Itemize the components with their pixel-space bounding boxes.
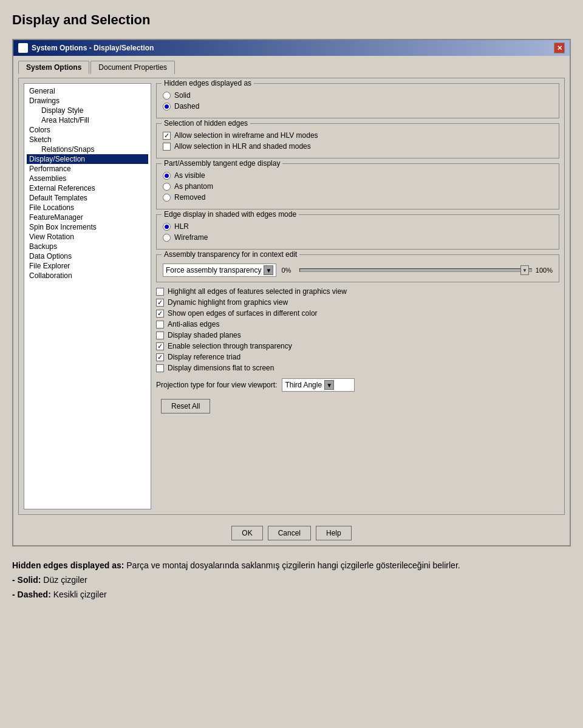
tree-item-display-selection[interactable]: Display/Selection [27, 154, 148, 164]
tree-item-default-templates[interactable]: Default Templates [27, 193, 148, 203]
dialog-title-label: System Options - Display/Selection [32, 44, 154, 52]
page-title: Display and Selection [12, 12, 571, 28]
tree-item-file-locations[interactable]: File Locations [27, 203, 148, 213]
tree-item-general[interactable]: General [27, 86, 148, 96]
projection-dropdown[interactable]: Third Angle ▼ [282, 378, 355, 392]
checkbox-reference-triad-label: Display reference triad [168, 353, 240, 361]
checkbox-wireframe-row[interactable]: Allow selection in wireframe and HLV mod… [163, 131, 553, 140]
radio-dashed-row[interactable]: Dashed [163, 102, 553, 111]
checkbox-wireframe-label: Allow selection in wireframe and HLV mod… [174, 131, 318, 140]
checkbox-wireframe[interactable] [163, 132, 171, 140]
bottom-dashed-label: - Dashed: [12, 590, 51, 599]
tree-item-collaboration[interactable]: Collaboration [27, 271, 148, 281]
tree-item-assemblies[interactable]: Assemblies [27, 174, 148, 183]
group-hidden-edges-label: Hidden edges displayed as [162, 79, 254, 87]
dialog-window: System Options - Display/Selection ✕ Sys… [12, 39, 571, 546]
radio-solid[interactable] [163, 92, 171, 100]
checkbox-hlr[interactable] [163, 143, 171, 151]
help-button[interactable]: Help [316, 526, 352, 540]
bottom-solid-label: - Solid: [12, 575, 41, 585]
checkbox-shaded-planes-row[interactable]: Display shaded planes [156, 331, 559, 339]
checkbox-open-edges-row[interactable]: Show open edges of surfaces in different… [156, 309, 559, 318]
radio-removed-label: Removed [174, 193, 205, 202]
transparency-slider-container: 0% ▼ 100% [281, 267, 553, 274]
radio-as-phantom-label: As phantom [174, 182, 213, 191]
projection-dropdown-arrow[interactable]: ▼ [324, 380, 334, 390]
checkbox-selection-transparency-row[interactable]: Enable selection through transparency [156, 342, 559, 350]
cancel-button[interactable]: Cancel [268, 526, 311, 540]
checkbox-highlight-edges[interactable] [156, 288, 164, 296]
checkbox-reference-triad[interactable] [156, 353, 164, 361]
transparency-dropdown-arrow[interactable]: ▼ [264, 265, 273, 275]
radio-solid-label: Solid [174, 91, 191, 100]
tree-item-colors[interactable]: Colors [27, 125, 148, 135]
checkbox-dimensions-flat[interactable] [156, 364, 164, 372]
group-tangent-edge: Part/Assembly tangent edge display As vi… [156, 163, 559, 209]
bottom-description: Parça ve montaj dosyalarında saklanmış ç… [126, 560, 460, 570]
checkbox-anti-alias[interactable] [156, 321, 164, 328]
tree-item-external-references[interactable]: External References [27, 183, 148, 193]
checkbox-dynamic-highlight-row[interactable]: Dynamic highlight from graphics view [156, 298, 559, 307]
checkbox-open-edges[interactable] [156, 310, 164, 318]
radio-removed-row[interactable]: Removed [163, 193, 553, 202]
checkbox-selection-transparency[interactable] [156, 342, 164, 350]
radio-hlr-mode[interactable] [163, 223, 171, 231]
tab-system-options[interactable]: System Options [18, 61, 89, 74]
checkbox-hlr-row[interactable]: Allow selection in HLR and shaded modes [163, 142, 553, 151]
checkbox-anti-alias-row[interactable]: Anti-alias edges [156, 320, 559, 328]
radio-wireframe-mode-row[interactable]: Wireframe [163, 233, 553, 242]
projection-row: Projection type for four view viewport: … [156, 378, 559, 392]
radio-removed[interactable] [163, 194, 171, 202]
tree-item-relations-snaps[interactable]: Relations/Snaps [27, 145, 148, 154]
radio-solid-row[interactable]: Solid [163, 91, 553, 100]
radio-as-phantom[interactable] [163, 183, 171, 191]
tab-document-properties[interactable]: Document Properties [90, 61, 175, 74]
close-button[interactable]: ✕ [554, 43, 565, 53]
dialog-body: System Options Document Properties Gener… [13, 56, 570, 545]
radio-phantom-row[interactable]: As phantom [163, 182, 553, 191]
checkbox-selection-transparency-label: Enable selection through transparency [168, 342, 292, 350]
checkbox-highlight-edges-row[interactable]: Highlight all edges of features selected… [156, 287, 559, 296]
ok-button[interactable]: OK [231, 526, 262, 540]
tree-item-sketch[interactable]: Sketch [27, 135, 148, 145]
radio-as-visible[interactable] [163, 172, 171, 180]
transparency-row: Force assembly transparency ▼ 0% ▼ 100% [163, 264, 553, 277]
tree-item-performance[interactable]: Performance [27, 164, 148, 174]
transparency-slider[interactable]: ▼ [299, 268, 531, 272]
bottom-intro-label: Hidden edges displayed as: [12, 560, 124, 570]
tree-item-spin-box-increments[interactable]: Spin Box Increments [27, 222, 148, 232]
transparency-dropdown[interactable]: Force assembly transparency ▼ [163, 264, 276, 277]
group-edge-display: Edge display in shaded with edges mode H… [156, 214, 559, 250]
checkbox-shaded-planes-label: Display shaded planes [168, 331, 241, 339]
tree-item-data-options[interactable]: Data Options [27, 251, 148, 261]
radio-wireframe-mode[interactable] [163, 234, 171, 242]
tree-item-drawings[interactable]: Drawings [27, 96, 148, 106]
checkbox-shaded-planes[interactable] [156, 332, 164, 339]
reset-all-button[interactable]: Reset All [161, 399, 210, 413]
bottom-intro-line: Hidden edges displayed as: Parça ve mont… [12, 559, 571, 573]
checkbox-reference-triad-row[interactable]: Display reference triad [156, 353, 559, 361]
radio-dashed-label: Dashed [174, 102, 199, 111]
tree-item-area-hatch[interactable]: Area Hatch/Fill [27, 115, 148, 125]
radio-hlr-row[interactable]: HLR [163, 222, 553, 231]
slider-thumb[interactable]: ▼ [520, 265, 529, 275]
radio-as-visible-label: As visible [174, 171, 205, 180]
bottom-solid-line: - Solid: Düz çizgiler [12, 573, 571, 588]
checkbox-dynamic-highlight-label: Dynamic highlight from graphics view [168, 298, 288, 307]
tree-item-feature-manager[interactable]: FeatureManager [27, 213, 148, 222]
tree-item-view-rotation[interactable]: View Rotation [27, 232, 148, 242]
checkbox-dynamic-highlight[interactable] [156, 299, 164, 307]
checkbox-anti-alias-label: Anti-alias edges [168, 320, 219, 328]
radio-dashed[interactable] [163, 103, 171, 111]
slider-min-label: 0% [281, 267, 296, 274]
bottom-dashed-desc: Kesikli çizgiler [53, 590, 107, 599]
checkbox-dimensions-flat-row[interactable]: Display dimensions flat to screen [156, 364, 559, 372]
radio-visible-row[interactable]: As visible [163, 171, 553, 180]
projection-label: Projection type for four view viewport: [156, 381, 277, 389]
bottom-text-area: Hidden edges displayed as: Parça ve mont… [12, 559, 571, 602]
reset-area: Reset All [156, 395, 559, 417]
tree-item-file-explorer[interactable]: File Explorer [27, 261, 148, 271]
tree-item-display-style[interactable]: Display Style [27, 106, 148, 115]
group-assembly-transparency: Assembly transparency for in context edi… [156, 254, 559, 282]
tree-item-backups[interactable]: Backups [27, 242, 148, 251]
